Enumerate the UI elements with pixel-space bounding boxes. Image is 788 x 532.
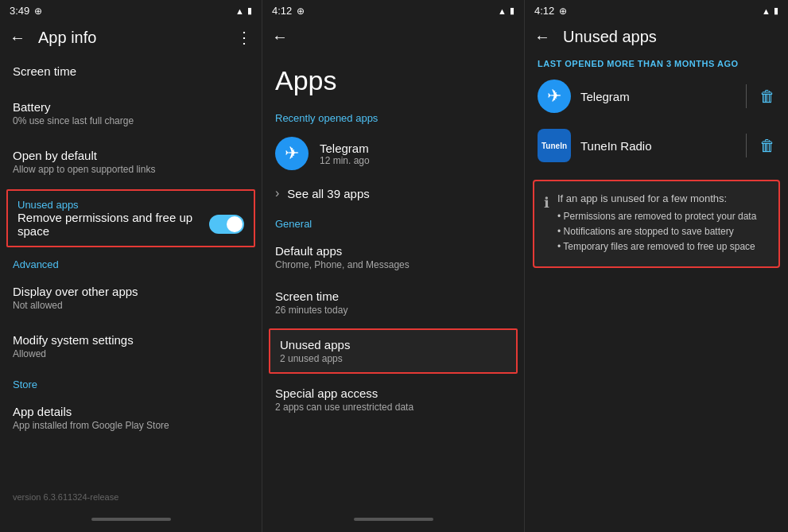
see-all-row[interactable]: › See all 39 apps [262, 178, 524, 208]
menu-list-1: Screen time Battery 0% use since last fu… [0, 53, 262, 484]
modify-system-subtitle: Allowed [13, 348, 249, 359]
see-all-text: See all 39 apps [287, 187, 369, 200]
open-by-default-subtitle: Allow app to open supported links [13, 164, 249, 175]
telegram-icon: ✈ [275, 137, 309, 170]
status-time-2: 4:12 ⊕ [272, 5, 305, 17]
battery-subtitle: 0% use since last full charge [13, 115, 249, 126]
page-title-3: Unused apps [563, 28, 778, 46]
back-button-1[interactable]: ← [10, 29, 25, 47]
battery-icon-2: ▮ [510, 6, 514, 16]
recent-app-info: Telegram 12 min. ago [320, 142, 511, 166]
nav-pill-2 [354, 518, 433, 521]
menu-list-2: Apps Recently opened apps ✈ Telegram 12 … [262, 52, 524, 510]
modify-system-title: Modify system settings [13, 333, 249, 347]
divider-1 [746, 84, 747, 108]
recent-app-time: 12 min. ago [320, 155, 511, 166]
menu-item-display-over[interactable]: Display over other apps Not allowed [0, 274, 262, 322]
default-apps-sub: Chrome, Phone, and Messages [275, 259, 511, 270]
divider-2 [746, 134, 747, 157]
screen-time-title: Screen time [13, 64, 249, 78]
status-time-1: 3:49 ⊕ [10, 5, 42, 17]
p2-special-access[interactable]: Special app access 2 apps can use unrest… [262, 377, 524, 422]
screen-time-sub-2: 26 minutes today [275, 305, 511, 316]
chevron-right-icon: › [275, 186, 279, 200]
default-apps-title: Default apps [275, 244, 511, 258]
status-bar-2: 4:12 ⊕ ▲ ▮ [262, 0, 524, 21]
status-icons-3: ▲ ▮ [762, 6, 778, 16]
sim-icon-2: ⊕ [297, 6, 305, 17]
unused-apps-highlighted-p2[interactable]: Unused apps 2 unused apps [269, 328, 518, 374]
info-bullet-1: • Permissions are removed to protect you… [557, 209, 756, 255]
top-bar-3: ← Unused apps [525, 21, 788, 52]
delete-tunein-button[interactable]: 🗑 [759, 137, 775, 155]
menu-item-screen-time[interactable]: Screen time [0, 53, 262, 89]
info-title: If an app is unused for a few months: [557, 192, 756, 204]
menu-item-app-details[interactable]: App details App installed from Google Pl… [0, 394, 262, 442]
special-access-title: Special app access [275, 386, 511, 400]
unused-apps-label: Unused apps [17, 199, 244, 211]
unused-apps-sub-p2: 2 unused apps [280, 353, 507, 364]
status-icons-2: ▲ ▮ [498, 6, 514, 16]
menu-item-modify-system[interactable]: Modify system settings Allowed [0, 322, 262, 371]
open-by-default-title: Open by default [13, 149, 249, 162]
telegram-app-info: Telegram [580, 90, 733, 103]
back-button-2[interactable]: ← [272, 28, 288, 46]
time-label-2: 4:12 [272, 5, 292, 17]
unused-apps-main-text: Remove permissions and free up space [17, 211, 209, 238]
nav-bar-2 [262, 510, 524, 532]
status-time-3: 4:12 ⊕ [534, 5, 567, 17]
info-icon: ℹ [544, 194, 549, 255]
toggle-switch[interactable] [209, 215, 244, 234]
telegram-row[interactable]: ✈ Telegram 🗑 [525, 72, 788, 121]
wifi-icon-3: ▲ [762, 6, 771, 16]
wifi-icon-1: ▲ [235, 6, 244, 16]
general-label: General [262, 208, 524, 235]
tunein-app-info: TuneIn Radio [580, 139, 733, 153]
unused-apps-item-highlighted[interactable]: Unused apps Remove permissions and free … [6, 189, 255, 247]
more-button-1[interactable]: ⋮ [236, 28, 252, 47]
tunein-row[interactable]: TuneIn TuneIn Radio 🗑 [525, 121, 788, 170]
battery-icon-3: ▮ [774, 6, 778, 16]
time-label-1: 3:49 [10, 5, 29, 17]
battery-title: Battery [13, 100, 249, 114]
app-details-title: App details [13, 405, 249, 418]
recent-app-name: Telegram [320, 142, 511, 155]
nav-bar-1 [0, 510, 262, 532]
status-bar-1: 3:49 ⊕ ▲ ▮ [0, 0, 262, 21]
delete-telegram-button[interactable]: 🗑 [759, 87, 775, 106]
tunein-app-name: TuneIn Radio [580, 139, 733, 153]
back-button-3[interactable]: ← [534, 28, 550, 46]
status-bar-3: 4:12 ⊕ ▲ ▮ [525, 0, 788, 21]
unused-apps-title-p2: Unused apps [280, 338, 507, 351]
p2-screen-time[interactable]: Screen time 26 minutes today [262, 280, 524, 325]
menu-item-open-by-default[interactable]: Open by default Allow app to open suppor… [0, 138, 262, 186]
sim-icon-3: ⊕ [559, 6, 567, 17]
info-box: ℹ If an app is unused for a few months: … [533, 180, 780, 268]
version-text: version 6.3.611324-release [0, 484, 262, 510]
telegram-app-icon: ✈ [538, 80, 571, 113]
display-over-subtitle: Not allowed [13, 300, 249, 311]
nav-pill-1 [91, 518, 171, 521]
advanced-label: Advanced [0, 250, 262, 274]
panel-unused-apps: 4:12 ⊕ ▲ ▮ ← Unused apps LAST OPENED MOR… [525, 0, 788, 532]
unused-apps-toggle-row: Remove permissions and free up space [17, 211, 244, 238]
panel-apps: 4:12 ⊕ ▲ ▮ ← Apps Recently opened apps ✈… [262, 0, 525, 532]
recent-app-row[interactable]: ✈ Telegram 12 min. ago [262, 129, 524, 178]
last-opened-label: LAST OPENED MORE THAN 3 MONTHS AGO [525, 52, 788, 72]
tunein-app-icon: TuneIn [538, 129, 571, 162]
menu-item-battery[interactable]: Battery 0% use since last full charge [0, 89, 262, 138]
p2-default-apps[interactable]: Default apps Chrome, Phone, and Messages [262, 235, 524, 280]
apps-title: Apps [262, 52, 524, 103]
special-access-sub: 2 apps can use unrestricted data [275, 402, 511, 413]
info-content: If an app is unused for a few months: • … [557, 192, 756, 255]
app-details-subtitle: App installed from Google Play Store [13, 420, 249, 431]
recently-opened-label: Recently opened apps [262, 103, 524, 129]
top-bar-2: ← [262, 21, 524, 52]
screen-time-title-2: Screen time [275, 289, 511, 303]
display-over-title: Display over other apps [13, 285, 249, 298]
battery-icon-1: ▮ [247, 6, 252, 16]
panel-app-info: 3:49 ⊕ ▲ ▮ ← App info ⋮ Screen time Batt… [0, 0, 262, 532]
sim-icon-1: ⊕ [34, 6, 42, 17]
status-icons-1: ▲ ▮ [235, 6, 252, 16]
page-title-1: App info [38, 29, 236, 47]
